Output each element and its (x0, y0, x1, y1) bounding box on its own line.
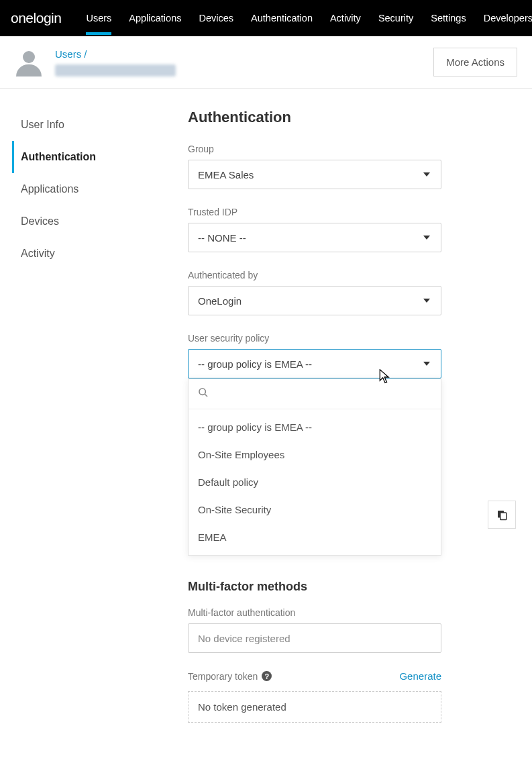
main-panel: Authentication Group EMEA Sales Trusted … (188, 109, 532, 750)
more-actions-button[interactable]: More Actions (433, 48, 517, 76)
select-trusted-idp[interactable]: -- NONE -- (188, 223, 441, 252)
topnav-security[interactable]: Security (370, 1, 422, 35)
topnav-activity[interactable]: Activity (321, 1, 370, 35)
avatar (15, 48, 43, 76)
field-mfa: Multi-factor authentication No device re… (188, 607, 519, 653)
mfa-value: No device registered (188, 623, 441, 653)
topnav-authentication[interactable]: Authentication (242, 1, 321, 35)
dropdown-option[interactable]: On-Site Security (189, 496, 441, 523)
content: User Info Authentication Applications De… (0, 89, 532, 750)
sidebar-item-devices[interactable]: Devices (12, 205, 174, 238)
search-icon (198, 387, 209, 398)
topnav-items: Users Applications Devices Authenticatio… (77, 1, 532, 35)
label-authenticated-by: Authenticated by (188, 270, 519, 280)
topnav-settings[interactable]: Settings (422, 1, 474, 35)
sidebar: User Info Authentication Applications De… (0, 109, 188, 750)
mouse-cursor-icon (378, 369, 392, 385)
breadcrumb: Users / (55, 48, 433, 76)
sidebar-item-applications[interactable]: Applications (12, 173, 174, 205)
field-user-security-policy: User security policy -- group policy is … (188, 333, 519, 378)
topnav-applications[interactable]: Applications (120, 1, 190, 35)
caret-down-icon (423, 172, 430, 176)
caret-down-icon (423, 299, 430, 303)
token-status: No token generated (188, 691, 441, 723)
caret-down-icon (423, 362, 430, 366)
page-title: Authentication (188, 109, 519, 126)
token-label: Temporary token ? (188, 671, 272, 682)
topnav-devices[interactable]: Devices (190, 1, 242, 35)
label-trusted-idp: Trusted IDP (188, 207, 519, 217)
svg-line-1 (205, 394, 207, 397)
copy-icon (496, 509, 508, 521)
dropdown-option[interactable]: Default policy (189, 468, 441, 496)
select-trusted-idp-value: -- NONE -- (198, 232, 246, 244)
sidebar-item-authentication[interactable]: Authentication (12, 141, 174, 173)
select-authenticated-by[interactable]: OneLogin (188, 286, 441, 315)
mfa-title: Multi-factor methods (188, 580, 519, 594)
dropdown-search[interactable] (189, 379, 441, 409)
svg-point-0 (199, 389, 205, 395)
subheader: Users / More Actions (0, 36, 532, 89)
select-user-security-policy-value: -- group policy is EMEA -- (198, 358, 312, 370)
select-user-security-policy[interactable]: -- group policy is EMEA -- (188, 349, 441, 378)
field-trusted-idp: Trusted IDP -- NONE -- (188, 207, 519, 252)
breadcrumb-parent[interactable]: Users / (55, 48, 87, 60)
generate-link[interactable]: Generate (399, 670, 441, 682)
user-name-redacted (55, 64, 176, 76)
dropdown-user-security-policy: -- group policy is EMEA -- On-Site Emplo… (188, 378, 441, 556)
select-group-value: EMEA Sales (198, 169, 254, 181)
svg-rect-3 (500, 513, 507, 520)
select-authenticated-by-value: OneLogin (198, 295, 242, 307)
sidebar-item-activity[interactable]: Activity (12, 238, 174, 270)
field-authenticated-by: Authenticated by OneLogin (188, 270, 519, 315)
brand-logo: onelogin (11, 10, 61, 26)
topnav-users[interactable]: Users (77, 1, 120, 35)
dropdown-option[interactable]: EMEA (189, 523, 441, 551)
field-group: Group EMEA Sales (188, 144, 519, 189)
select-group[interactable]: EMEA Sales (188, 160, 441, 189)
top-navigation: onelogin Users Applications Devices Auth… (0, 0, 532, 36)
label-mfa: Multi-factor authentication (188, 607, 519, 618)
dropdown-option[interactable]: On-Site Employees (189, 441, 441, 468)
label-group: Group (188, 144, 519, 154)
dropdown-list: -- group policy is EMEA -- On-Site Emplo… (189, 409, 441, 555)
caret-down-icon (423, 236, 430, 240)
token-row: Temporary token ? Generate (188, 670, 441, 682)
help-icon[interactable]: ? (262, 671, 272, 681)
label-user-security-policy: User security policy (188, 333, 519, 344)
sidebar-item-user-info[interactable]: User Info (12, 109, 174, 141)
copy-button[interactable] (488, 501, 516, 529)
dropdown-option[interactable]: -- group policy is EMEA -- (189, 413, 441, 441)
topnav-developers[interactable]: Developers (475, 1, 532, 35)
